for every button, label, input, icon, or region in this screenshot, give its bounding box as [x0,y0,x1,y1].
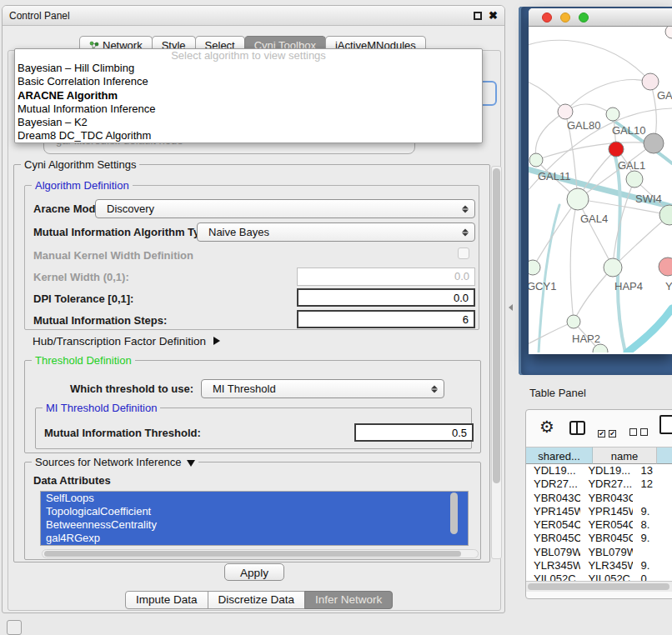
dropdown-item[interactable]: Mutual Information Inference [15,102,482,116]
which-threshold-value: MI Threshold [213,382,276,395]
table-cell [633,492,672,505]
column-header-shared[interactable]: shared... [526,447,593,464]
network-node[interactable] [644,133,664,153]
attribute-item[interactable]: TopologicalCoefficient [41,505,468,518]
table-row[interactable]: YDL19...YDL19...13 [526,464,672,478]
attribute-item[interactable]: SelfLoops [41,492,468,505]
table-cell: YER054C [580,518,633,532]
node-label: GCY1 [529,280,556,292]
mi-steps-label: Mutual Information Steps: [33,314,167,327]
column-header-name[interactable]: name [593,447,657,464]
spinner-arrows-icon [462,204,468,213]
expand-right-icon [213,337,220,345]
tab-infer-network[interactable]: Infer Network [304,591,393,609]
node-label: GAL [657,89,672,102]
minimized-panel-chip[interactable] [7,620,22,635]
table-row[interactable]: YPR145WYPR145W9. [526,505,672,518]
hub-definition-label: Hub/Transcription Factor Definition [33,335,206,348]
table-row[interactable]: YBR045CYBR045C9. [526,532,672,545]
network-node[interactable] [529,153,543,167]
column-header-A[interactable]: A [657,447,672,464]
close-traffic-light[interactable] [542,12,552,22]
data-attributes-list[interactable]: SelfLoopsTopologicalCoefficientBetweenne… [40,491,469,546]
table-cell: YDR27... [580,478,633,491]
scrollbar-thumb[interactable] [528,583,669,590]
which-threshold-select[interactable]: MI Threshold [201,379,444,398]
network-node[interactable] [567,188,589,210]
network-node[interactable] [609,142,624,157]
scrollbar-thumb[interactable] [44,551,461,557]
float-window-icon[interactable] [474,12,482,20]
deselect-all-checkboxes-icon[interactable] [629,424,651,439]
table-row[interactable]: YER054CYER054C8. [526,518,672,532]
tab-impute-data[interactable]: Impute Data [125,591,208,609]
network-node[interactable] [606,108,619,121]
splitter-handle-icon[interactable] [509,304,513,311]
dropdown-item[interactable]: Bayesian – Hill Climbing [15,62,482,75]
table-cell: YDR27... [526,478,580,491]
table-row[interactable]: YDR27...YDR27...12 [526,478,672,491]
apply-button[interactable]: Apply [224,563,284,581]
table-row[interactable]: YBL079WYBL079W [526,546,672,559]
kernel-width-field[interactable]: 0.0 [297,268,475,286]
dropdown-item[interactable]: Dream8 DC_TDC Algorithm [15,129,482,142]
table-cell: YBL079W [526,546,580,559]
mi-threshold-field[interactable]: 0.5 [354,423,474,442]
list-vertical-scrollbar[interactable] [450,492,458,534]
horizontal-scrollbar[interactable] [42,549,479,558]
scrollbar-thumb[interactable] [493,168,500,483]
mi-steps-field[interactable]: 6 [297,310,475,328]
minimize-traffic-light[interactable] [560,12,570,22]
hub-definition-toggle[interactable]: Hub/Transcription Factor Definition [33,335,220,348]
network-canvas[interactable]: GALGAL80GAL10GAL1SWI4GAL11GAL4GCY1HAP4YH… [529,27,672,352]
attribute-item[interactable]: gal4RGexp [41,532,468,545]
network-node[interactable] [642,73,659,90]
network-node[interactable] [665,27,672,38]
table-cell: YBR043C [526,492,580,505]
settings-vertical-scrollbar[interactable] [491,166,502,559]
network-edge-thick [627,308,672,352]
network-node[interactable] [659,258,672,276]
network-node[interactable] [558,104,573,119]
algorithm-definition-group: Algorithm Definition Aracne Mode: Discov… [24,185,479,330]
network-node[interactable] [567,315,580,328]
network-edge [574,268,613,322]
table-row[interactable]: YBR043CYBR043C [526,492,672,505]
dpi-tolerance-field[interactable]: 0.0 [297,288,475,307]
node-label: GAL11 [538,170,571,182]
table-cell: 9. [633,559,672,572]
dropdown-item[interactable]: ARACNE Algorithm [15,89,482,102]
collapse-down-icon [187,460,195,467]
dropdown-prompt: Select algorithm to view settings [15,49,482,62]
network-node[interactable] [529,260,540,275]
network-node[interactable] [626,171,643,188]
table-cell: YLR345W [580,559,633,572]
close-icon[interactable]: ✖ [489,9,498,22]
zoom-traffic-light[interactable] [579,12,589,22]
dropdown-item[interactable]: Basic Correlation Inference [15,75,482,88]
table-row[interactable]: YLR345WYLR345W9. [526,559,672,572]
node-label: HAP2 [572,332,600,345]
attribute-item[interactable]: BetweennessCentrality [41,518,468,532]
spinner-arrows-icon [431,384,437,393]
table-horizontal-scrollbar[interactable] [526,581,672,592]
data-attributes-label: Data Attributes [33,474,111,487]
columns-icon[interactable] [569,421,585,435]
table-cell [633,546,672,559]
select-all-checkboxes-icon[interactable]: ✔✔ [598,424,619,439]
manual-kernel-checkbox[interactable] [458,248,469,259]
table-panel-card: ⚙ ✔✔ shared...nameA YDL19...YDL19...13YD… [525,409,672,599]
dropdown-item[interactable]: Bayesian – K2 [15,116,482,129]
mi-type-select[interactable]: Naive Bayes [197,222,475,242]
document-icon[interactable] [659,415,672,434]
tab-discretize-data[interactable]: Discretize Data [208,591,306,609]
table-panel-title: Table Panel [529,387,586,399]
network-node[interactable] [604,258,622,277]
spinner-arrows-icon [462,228,468,237]
settings-gear-icon[interactable]: ⚙ [539,417,554,437]
aracne-mode-select[interactable]: Discovery [95,199,475,218]
node-label: GAL80 [567,119,600,132]
network-window: GALGAL80GAL10GAL1SWI4GAL11GAL4GCY1HAP4YH… [529,8,672,354]
mi-threshold-group: MI Threshold Definition Mutual Informati… [35,408,472,449]
network-view-frame: GALGAL80GAL10GAL1SWI4GAL11GAL4GCY1HAP4YH… [519,7,672,375]
